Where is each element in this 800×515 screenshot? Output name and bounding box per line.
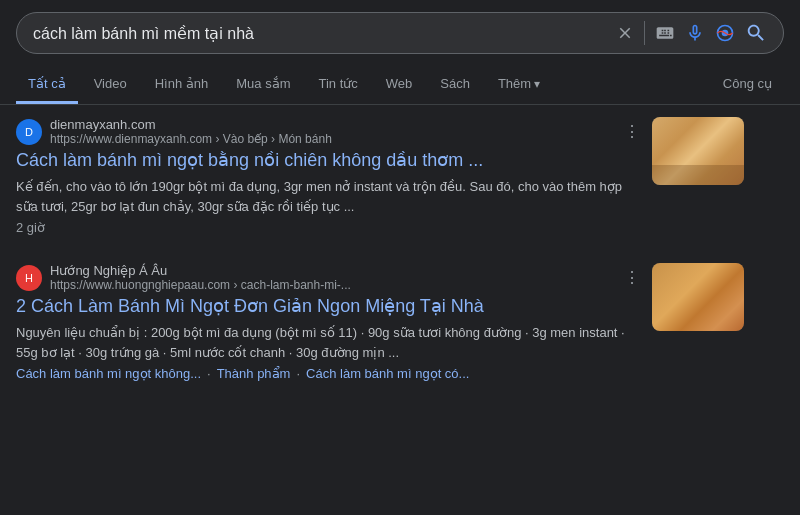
favicon: H xyxy=(16,265,42,291)
result-main: H Hướng Nghiệp Á Âu https://www.huongngh… xyxy=(16,263,640,381)
search-icon xyxy=(745,22,767,44)
result-source: D dienmayxanh.com https://www.dienmayxan… xyxy=(16,117,640,146)
tab-more[interactable]: Thêm ▾ xyxy=(486,66,552,104)
result-title[interactable]: 2 Cách Làm Bánh Mì Ngọt Đơn Giản Ngon Mi… xyxy=(16,294,640,319)
result-thumbnail xyxy=(652,263,744,331)
nav-tabs: Tất cả Video Hình ảnh Mua sắm Tin tức We… xyxy=(0,66,800,105)
tab-web[interactable]: Web xyxy=(374,66,425,104)
keyboard-icon xyxy=(655,23,675,43)
sub-link-2[interactable]: Thành phẩm xyxy=(217,366,291,381)
sub-link-1[interactable]: Cách làm bánh mì ngọt không... xyxy=(16,366,201,381)
search-bar xyxy=(16,12,784,54)
result-source: H Hướng Nghiệp Á Âu https://www.huongngh… xyxy=(16,263,640,292)
tab-all[interactable]: Tất cả xyxy=(16,66,78,104)
clear-button[interactable] xyxy=(616,24,634,42)
tab-video[interactable]: Video xyxy=(82,66,139,104)
results-area: D dienmayxanh.com https://www.dienmayxan… xyxy=(0,105,760,421)
divider xyxy=(644,21,645,45)
result-title[interactable]: Cách làm bánh mì ngọt bằng nồi chiên khô… xyxy=(16,148,640,173)
source-domain: Hướng Nghiệp Á Âu xyxy=(50,263,616,278)
lens-button[interactable] xyxy=(715,23,735,43)
search-button[interactable] xyxy=(745,22,767,44)
result-snippet: Kế đến, cho vào tô lớn 190gr bột mì đa d… xyxy=(16,177,640,216)
tab-images[interactable]: Hình ảnh xyxy=(143,66,221,104)
chevron-down-icon: ▾ xyxy=(534,77,540,91)
sub-links: Cách làm bánh mì ngọt không... · Thành p… xyxy=(16,366,640,381)
more-options-button[interactable]: ⋮ xyxy=(624,268,640,287)
sub-link-3[interactable]: Cách làm bánh mì ngọt có... xyxy=(306,366,469,381)
keyboard-button[interactable] xyxy=(655,23,675,43)
result-main: D dienmayxanh.com https://www.dienmayxan… xyxy=(16,117,640,235)
source-info: dienmayxanh.com https://www.dienmayxanh.… xyxy=(50,117,616,146)
tab-tools[interactable]: Công cụ xyxy=(711,66,784,104)
result-snippet: Nguyên liệu chuẩn bị : 200g bột mì đa dụ… xyxy=(16,323,640,362)
source-domain: dienmayxanh.com xyxy=(50,117,616,132)
result-item: D dienmayxanh.com https://www.dienmayxan… xyxy=(16,117,744,235)
sub-link-sep: · xyxy=(296,366,300,381)
search-input[interactable] xyxy=(33,24,606,42)
sub-link-sep: · xyxy=(207,366,211,381)
favicon: D xyxy=(16,119,42,145)
result-item: H Hướng Nghiệp Á Âu https://www.huongngh… xyxy=(16,263,744,381)
source-info: Hướng Nghiệp Á Âu https://www.huongnghie… xyxy=(50,263,616,292)
source-url: https://www.huongnghiepaau.com › cach-la… xyxy=(50,278,616,292)
search-icons xyxy=(616,21,767,45)
more-options-button[interactable]: ⋮ xyxy=(624,122,640,141)
tab-shopping[interactable]: Mua sắm xyxy=(224,66,302,104)
result-thumbnail xyxy=(652,117,744,185)
tab-news[interactable]: Tin tức xyxy=(306,66,369,104)
lens-icon xyxy=(715,23,735,43)
close-icon xyxy=(616,24,634,42)
source-url: https://www.dienmayxanh.com › Vào bếp › … xyxy=(50,132,616,146)
voice-search-button[interactable] xyxy=(685,23,705,43)
tab-books[interactable]: Sách xyxy=(428,66,482,104)
result-meta: 2 giờ xyxy=(16,220,640,235)
result-image[interactable] xyxy=(652,263,744,331)
result-image[interactable] xyxy=(652,117,744,185)
search-bar-container xyxy=(0,0,800,66)
microphone-icon xyxy=(685,23,705,43)
